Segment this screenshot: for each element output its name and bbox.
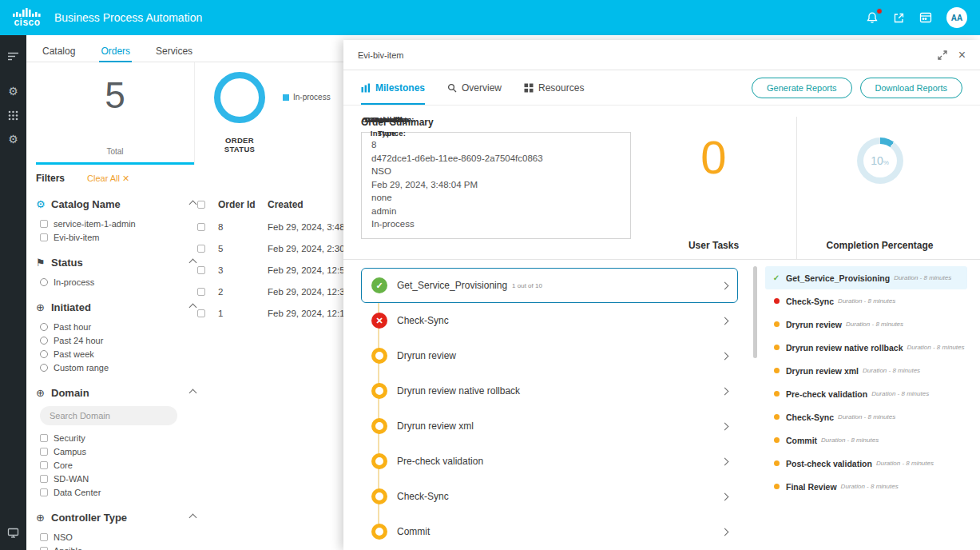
domain-search-input[interactable] [40, 406, 177, 425]
milestone-row[interactable]: Dryrun review native rollback [361, 373, 738, 409]
filter-option[interactable]: Data Center [40, 488, 202, 497]
milestone-row[interactable]: ✓ Get_Service_Provisioning 1 out of 10 [361, 268, 738, 303]
chevron-up-icon[interactable] [189, 513, 197, 521]
filter-group-header[interactable]: ⊕ Domain [36, 385, 202, 401]
row-checkbox[interactable] [197, 223, 205, 231]
total-orders-card[interactable]: 5 Total [36, 62, 194, 165]
radio-control[interactable] [40, 364, 48, 372]
filter-option[interactable]: Security [40, 433, 202, 443]
filter-option[interactable]: SD-WAN [40, 474, 202, 484]
milestone-summary-row[interactable]: ✓ Get_Service_Provisioning Duration - 8 … [765, 266, 967, 289]
scrollbar-track[interactable] [752, 260, 759, 550]
chevron-right-icon[interactable] [721, 422, 729, 430]
checkbox-control[interactable] [40, 461, 48, 469]
scrollbar-thumb[interactable] [753, 266, 757, 358]
checkbox-control[interactable] [40, 475, 48, 483]
filter-option[interactable]: NSO [40, 532, 202, 542]
radio-control[interactable] [40, 323, 48, 331]
chevron-right-icon[interactable] [721, 457, 729, 465]
filter-option[interactable]: Past week [40, 349, 202, 359]
chevron-up-icon[interactable] [189, 389, 197, 397]
filter-option[interactable]: Core [40, 460, 202, 470]
row-checkbox[interactable] [197, 309, 205, 317]
chevron-right-icon[interactable] [721, 492, 729, 500]
tab-services[interactable]: Services [156, 46, 192, 62]
settings-gear-icon[interactable]: ⚙ [0, 82, 26, 101]
checkbox-control[interactable] [40, 488, 48, 496]
admin-gear-icon[interactable]: ⚙ [0, 130, 26, 149]
generate-reports-button[interactable]: Generate Reports [752, 78, 851, 98]
milestone-summary-row[interactable]: Check-Sync Duration - 8 minutes [765, 289, 967, 313]
filter-group-header[interactable]: ⚙ Catalog Name [36, 196, 202, 212]
notifications-bell-icon[interactable] [866, 11, 879, 24]
external-link-icon[interactable] [893, 12, 905, 24]
terminal-monitor-icon[interactable] [0, 523, 26, 542]
chevron-right-icon[interactable] [721, 281, 729, 289]
milestone-row[interactable]: Dryrun review xml [361, 409, 738, 444]
checkbox-control[interactable] [40, 233, 48, 241]
chevron-up-icon[interactable] [189, 258, 197, 266]
chevron-right-icon[interactable] [721, 317, 729, 325]
checkbox-control[interactable] [40, 220, 48, 228]
filter-group-header[interactable]: ⊕ Initiated [36, 299, 202, 315]
milestone-row[interactable]: Pre-check validation [361, 444, 738, 479]
milestone-summary-row[interactable]: Check-Sync Duration - 8 minutes [765, 405, 967, 428]
tab-orders[interactable]: Orders [101, 46, 130, 62]
milestone-summary-row[interactable]: Post-check validation Duration - 8 minut… [765, 452, 967, 475]
notification-badge [876, 8, 883, 14]
milestone-summary-row[interactable]: Dryrun review xml Duration - 8 minutes [765, 359, 967, 382]
checkbox-control[interactable] [40, 533, 48, 541]
download-reports-button[interactable]: Download Reports [860, 78, 963, 98]
tab-catalog[interactable]: Catalog [42, 46, 75, 62]
drawer-tab-resources[interactable]: Resources [524, 70, 584, 105]
radio-control[interactable] [40, 278, 48, 286]
row-checkbox[interactable] [197, 288, 205, 296]
filter-group-header[interactable]: ⊕ Controller Type [36, 509, 202, 525]
milestone-summary-row[interactable]: Commit Duration - 8 minutes [765, 428, 967, 452]
apps-dots-icon[interactable] [0, 106, 26, 125]
checkbox-control[interactable] [40, 547, 48, 550]
filter-option[interactable]: Past 24 hour [40, 336, 202, 345]
status-pending-dot [772, 345, 781, 350]
milestone-row[interactable]: ✕ Check-Sync [361, 303, 738, 338]
chevron-right-icon[interactable] [721, 528, 729, 536]
drawer-tab-overview[interactable]: Overview [447, 70, 502, 105]
filter-group-header[interactable]: ⚑ Status [36, 254, 202, 270]
filter-option[interactable]: In-process [40, 277, 202, 287]
cisco-logo[interactable]: cisco [13, 8, 42, 27]
chevron-up-icon[interactable] [189, 200, 197, 208]
row-checkbox[interactable] [197, 266, 205, 274]
filter-option[interactable]: service-item-1-admin [40, 219, 202, 229]
clear-all-button[interactable]: Clear All ✕ [87, 173, 129, 184]
filter-option[interactable]: Campus [40, 447, 202, 456]
milestone-summary-row[interactable]: Final Review Duration - 8 minutes [765, 475, 967, 498]
filter-option[interactable]: Custom range [40, 363, 202, 373]
checkbox-control[interactable] [40, 434, 48, 442]
milestone-row[interactable]: Commit [361, 514, 738, 549]
milestone-summary-row[interactable]: Pre-check validation Duration - 8 minute… [765, 382, 967, 405]
chevron-up-icon[interactable] [189, 303, 197, 311]
select-all-checkbox[interactable] [197, 201, 205, 209]
column-created[interactable]: Created [268, 199, 304, 210]
user-tasks-label: User Tasks [688, 240, 739, 251]
filter-option[interactable]: Past hour [40, 322, 202, 332]
sort-filter-icon[interactable] [0, 46, 26, 66]
filter-option[interactable]: Ansible [40, 546, 202, 550]
radio-control[interactable] [40, 337, 48, 345]
chevron-right-icon[interactable] [721, 387, 729, 395]
expand-drawer-icon[interactable] [938, 50, 947, 60]
drawer-tab-milestones[interactable]: Milestones [361, 70, 425, 105]
radio-control[interactable] [40, 350, 48, 358]
close-drawer-icon[interactable]: × [958, 49, 966, 62]
checkbox-control[interactable] [40, 448, 48, 456]
chevron-right-icon[interactable] [721, 352, 729, 360]
apps-grid-icon[interactable] [919, 12, 932, 23]
milestone-row[interactable]: Dryrun review [361, 338, 738, 373]
column-order-id[interactable]: Order Id [218, 199, 268, 210]
milestone-row[interactable]: Check-Sync [361, 479, 738, 514]
row-checkbox[interactable] [197, 245, 205, 253]
milestone-summary-row[interactable]: Dryrun review Duration - 8 minutes [765, 313, 967, 336]
milestone-summary-row[interactable]: Dryrun review native rollback Duration -… [765, 336, 967, 359]
user-avatar[interactable]: AA [946, 7, 967, 28]
filter-option[interactable]: Evi-biv-item [40, 233, 202, 242]
